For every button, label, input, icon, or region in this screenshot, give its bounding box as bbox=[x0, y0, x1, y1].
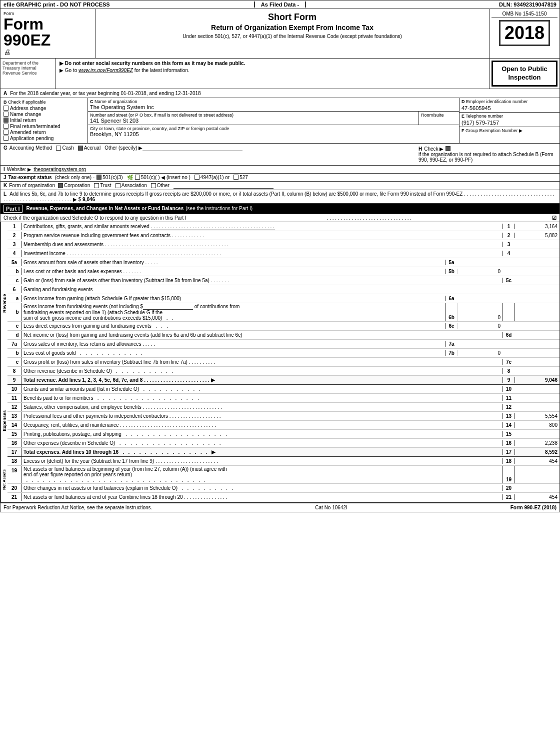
revenue-side-label: Revenue bbox=[0, 222, 8, 385]
initial-return-checkbox[interactable] bbox=[4, 118, 8, 123]
k-corp-checkbox[interactable] bbox=[58, 183, 63, 188]
row-20-desc: Other changes in net assets or fund bala… bbox=[22, 485, 502, 491]
row-8: 8 Other revenue (describe in Schedule O)… bbox=[8, 367, 560, 376]
address-change-checkbox[interactable] bbox=[4, 106, 8, 111]
row-18-num: 18 bbox=[8, 457, 22, 465]
row-15: 15 Printing, publications, postage, and … bbox=[8, 430, 560, 439]
j-4947-checkbox[interactable] bbox=[194, 175, 200, 180]
row-10-num: 10 bbox=[8, 385, 22, 393]
j-501c-checkbox[interactable] bbox=[135, 175, 140, 180]
k-other-checkbox[interactable] bbox=[151, 183, 156, 188]
b-address-change: Address change bbox=[4, 106, 84, 111]
row-1: 1 Contributions, gifts, grants, and simi… bbox=[8, 222, 560, 231]
h-row: H Check ▶ if the organization is not req… bbox=[418, 146, 554, 163]
form-subsection: Under section 501(c), 527, or 4947(a)(1)… bbox=[98, 34, 486, 39]
street-value: 141 Spencer St 203 bbox=[90, 118, 416, 124]
row-5b: b Less cost or other basis and sales exp… bbox=[8, 267, 560, 276]
j-527-checkbox[interactable] bbox=[234, 175, 238, 180]
top-bar-left: efile GRAPHIC print - DO NOT PROCESS bbox=[4, 2, 252, 8]
row-6-num: 6 bbox=[8, 286, 22, 293]
row-19-desc: Net assets or fund balances at beginning… bbox=[22, 466, 502, 483]
j-501c3-checkbox[interactable] bbox=[96, 175, 102, 180]
row-2-value: 5,882 bbox=[514, 233, 560, 238]
row-6c-mid-value: 0 bbox=[458, 323, 502, 329]
name-change-checkbox[interactable] bbox=[4, 112, 8, 117]
row-5a-desc: Gross amount from sale of assets other t… bbox=[22, 259, 445, 266]
row-6d-num: d bbox=[8, 331, 22, 339]
k-trust-checkbox[interactable] bbox=[94, 183, 99, 188]
row-6d: d Net income or (loss) from gaming and f… bbox=[8, 331, 560, 340]
row-3-num: 3 bbox=[8, 241, 22, 248]
row-18: 18 Excess or (deficit) for the year (Sub… bbox=[8, 457, 560, 466]
dept-label: Department of the Treasury Internal Reve… bbox=[0, 59, 56, 89]
row-7c-line-num: 7c bbox=[502, 359, 514, 365]
part1-subtitle: (see the instructions for Part I) bbox=[186, 206, 252, 211]
phone-label: E Telephone number bbox=[462, 114, 558, 119]
netassets-rows: 18 Excess or (deficit) for the year (Sub… bbox=[8, 457, 560, 502]
org-name-row: C Name of organization The Operating Sys… bbox=[88, 98, 459, 112]
row-7c-desc: Gross profit or (loss) from sales of inv… bbox=[22, 359, 502, 365]
top-bar-right: DLN: 93492319047819 bbox=[308, 2, 556, 8]
row-16-value: 2,238 bbox=[514, 440, 560, 446]
row-6a-mid-label: 6a bbox=[445, 296, 458, 301]
h-checkbox[interactable] bbox=[446, 146, 450, 151]
app-pending-label: Application pending bbox=[10, 136, 54, 141]
row-7b-mid-label: 7b bbox=[445, 350, 458, 356]
h-check-text: Check ▶ bbox=[424, 146, 444, 152]
row-8-num: 8 bbox=[8, 367, 22, 375]
row-17-desc: Total expenses. Add lines 10 through 16 … bbox=[22, 449, 502, 455]
add-lines-section: L Add lines 5b, 6c, and 7b to line 9 to … bbox=[0, 190, 560, 204]
row-19-num: 19 bbox=[8, 466, 22, 483]
room-label: Room/suite bbox=[421, 113, 457, 118]
k-assoc-checkbox[interactable] bbox=[116, 183, 120, 188]
row-11-line-num: 11 bbox=[502, 395, 514, 401]
row-6c-desc: Less direct expenses from gaming and fun… bbox=[22, 323, 445, 329]
row-9-num: 9 bbox=[8, 376, 22, 384]
section-f: F Group Exemption Number ▶ bbox=[460, 127, 560, 134]
b-name-change: Name change bbox=[4, 112, 84, 117]
top-bar-center: As Filed Data - bbox=[254, 2, 306, 8]
b-app-pending: Application pending bbox=[4, 136, 84, 141]
k-label: K bbox=[4, 183, 7, 188]
k-corp-label: Corporation bbox=[64, 183, 90, 188]
row-6d-desc: Net income or (loss) from gaming and fun… bbox=[22, 332, 502, 338]
org-name-value: The Operating System Inc bbox=[90, 104, 457, 110]
row-12: 12 Salaries, other compensation, and emp… bbox=[8, 403, 560, 412]
row-15-num: 15 bbox=[8, 430, 22, 438]
group-exemption-label: F Group Exemption Number ▶ bbox=[462, 128, 558, 133]
row-5a-num: 5a bbox=[8, 259, 22, 266]
row-1-value: 3,164 bbox=[514, 224, 560, 229]
part1-check-dots: . . . . . . . . . . . . . . . . . . . . … bbox=[327, 215, 412, 221]
street-field: Number and street (or P O box, if mail i… bbox=[88, 112, 419, 125]
i-title: Website: ▶ bbox=[7, 167, 32, 172]
row-10-desc: Grants and similar amounts paid (list in… bbox=[22, 386, 502, 392]
name-change-label: Name change bbox=[10, 112, 41, 117]
ein-label: D Employer identification number bbox=[462, 99, 558, 104]
row-17-value: 8,592 bbox=[514, 449, 560, 455]
row-6b-desc: Gross income from fundraising events (no… bbox=[22, 303, 445, 321]
year-box: 2018 bbox=[499, 20, 550, 46]
accrual-checkbox[interactable] bbox=[78, 146, 83, 151]
b-amended-return: Amended return bbox=[4, 130, 84, 135]
j-check-text: (check only one) - bbox=[55, 175, 94, 180]
row-7b-desc: Less cost of goods sold . . . . . . . . … bbox=[22, 350, 445, 356]
amended-return-checkbox[interactable] bbox=[4, 130, 8, 135]
cash-checkbox[interactable] bbox=[56, 146, 61, 151]
row-6c: c Less direct expenses from gaming and f… bbox=[8, 322, 560, 331]
row-6b-num: b bbox=[8, 303, 22, 321]
final-return-checkbox[interactable] bbox=[4, 124, 8, 129]
row-7b-mid-value: 0 bbox=[458, 350, 502, 356]
row-10-line-num: 10 bbox=[502, 386, 514, 392]
footer-section: For Paperwork Reduction Act Notice, see … bbox=[0, 502, 560, 512]
form-subtitle: Return of Organization Exempt From Incom… bbox=[98, 24, 486, 32]
row-13-value: 5,554 bbox=[514, 413, 560, 419]
accrual-label: Accrual bbox=[84, 145, 100, 151]
app-pending-checkbox[interactable] bbox=[4, 136, 8, 141]
row-5b-mid-value: 0 bbox=[458, 269, 502, 274]
row-17: 17 Total expenses. Add lines 10 through … bbox=[8, 448, 560, 457]
l-value: 9,046 bbox=[82, 197, 95, 202]
expenses-side-label: Expenses bbox=[0, 385, 8, 457]
row-6b-value bbox=[514, 303, 560, 321]
h-section: H Check ▶ if the organization is not req… bbox=[416, 145, 556, 164]
expenses-rows: 10 Grants and similar amounts paid (list… bbox=[8, 385, 560, 457]
